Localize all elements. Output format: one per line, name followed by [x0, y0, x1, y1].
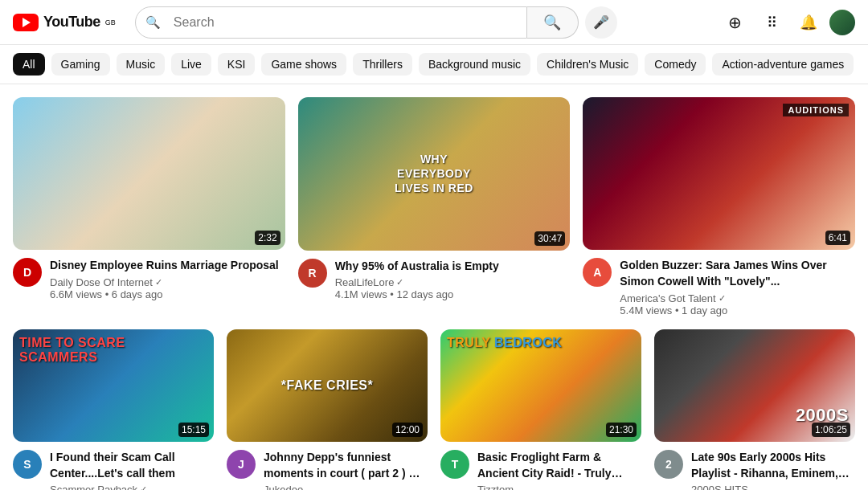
filter-scroll-right[interactable]: ›	[860, 53, 868, 76]
video-title[interactable]: Late 90s Early 2000s Hits Playlist - Rih…	[691, 450, 855, 481]
video-info: 2Late 90s Early 2000s Hits Playlist - Ri…	[654, 450, 855, 490]
thumbnail-wrap: 2000s1:06:25	[654, 329, 855, 443]
verified-icon: ✓	[155, 277, 162, 288]
filter-chip-ksi[interactable]: KSI	[218, 53, 256, 76]
search-bar: 🔍 🔍 🎤	[135, 6, 617, 39]
filter-chip-thrillers[interactable]: Thrillers	[353, 53, 412, 76]
channel-avatar[interactable]: 2	[654, 450, 683, 479]
video-meta: Why 95% of Australia is EmptyRealLifeLor…	[335, 259, 571, 301]
search-icon: 🔍	[543, 14, 561, 31]
channel-name[interactable]: Scammer Payback✓	[50, 484, 214, 490]
video-title[interactable]: Disney Employee Ruins Marriage Proposal	[50, 258, 285, 274]
channel-name[interactable]: RealLifeLore✓	[335, 276, 571, 288]
video-info: TBasic Froglight Farm & Ancient City Rai…	[440, 450, 641, 490]
mic-button[interactable]: 🎤	[585, 6, 617, 39]
video-meta: Disney Employee Ruins Marriage ProposalD…	[50, 258, 285, 300]
video-info: DDisney Employee Ruins Marriage Proposal…	[13, 258, 285, 300]
channel-avatar[interactable]: A	[583, 258, 612, 287]
video-card[interactable]: AUDITIONS6:41AGolden Buzzer: Sara James …	[583, 97, 855, 316]
video-title[interactable]: Golden Buzzer: Sara James Wins Over Simo…	[620, 258, 855, 289]
thumbnail-wrap: *fake cries*12:00	[227, 329, 428, 443]
video-meta: I Found their Scam Call Center....Let's …	[50, 450, 214, 490]
video-title[interactable]: Johnny Depp's funniest moments in court …	[264, 450, 428, 481]
filter-chip-children's-music[interactable]: Children's Music	[537, 53, 638, 76]
video-meta: Late 90s Early 2000s Hits Playlist - Rih…	[691, 450, 855, 490]
video-card[interactable]: WHYEVERYBODYLIVES IN RED30:47RWhy 95% of…	[298, 97, 571, 316]
filter-chip-comedy[interactable]: Comedy	[645, 53, 706, 76]
channel-name[interactable]: 2000S HITS	[691, 484, 855, 490]
notifications-button[interactable]: 🔔	[792, 6, 825, 39]
video-stats: 6.6M views • 6 days ago	[50, 288, 285, 300]
apps-button[interactable]: ⠿	[755, 6, 788, 39]
video-stats: 5.4M views • 1 day ago	[620, 304, 855, 316]
filter-chip-gaming[interactable]: Gaming	[51, 53, 110, 76]
thumbnail-wrap: WHYEVERYBODYLIVES IN RED30:47	[298, 97, 571, 251]
thumbnail-wrap: TRULY BEDROCK21:30	[440, 329, 641, 443]
youtube-icon	[13, 14, 39, 31]
video-meta: Basic Froglight Farm & Ancient City Raid…	[477, 450, 641, 490]
filter-chip-background-music[interactable]: Background music	[419, 53, 530, 76]
search-input[interactable]	[170, 7, 526, 38]
avatar[interactable]	[829, 10, 855, 35]
filter-chip-all[interactable]: All	[13, 53, 45, 76]
video-card[interactable]: 2:32DDisney Employee Ruins Marriage Prop…	[13, 97, 285, 316]
video-info: RWhy 95% of Australia is EmptyRealLifeLo…	[298, 259, 571, 301]
video-card[interactable]: TIME TO SCARESCAMMERS15:15SI Found their…	[13, 329, 214, 490]
video-meta: Golden Buzzer: Sara James Wins Over Simo…	[620, 258, 855, 316]
duration-badge: 15:15	[178, 423, 209, 437]
channel-name[interactable]: America's Got Talent✓	[620, 292, 855, 304]
duration-badge: 30:47	[534, 231, 565, 246]
logo[interactable]: YouTubeGB	[13, 14, 116, 31]
create-button[interactable]: ⊕	[719, 6, 751, 39]
thumbnail-wrap: AUDITIONS6:41	[583, 97, 855, 250]
verified-icon: ✓	[396, 277, 403, 288]
duration-badge: 6:41	[825, 231, 850, 245]
video-info: JJohnny Depp's funniest moments in court…	[227, 450, 428, 490]
logo-text: YouTube	[43, 14, 100, 31]
channel-avatar[interactable]: D	[13, 258, 42, 287]
duration-badge: 12:00	[392, 423, 423, 437]
video-info: SI Found their Scam Call Center....Let's…	[13, 450, 214, 490]
channel-avatar[interactable]: T	[440, 450, 469, 479]
thumbnail-wrap: TIME TO SCARESCAMMERS15:15	[13, 329, 214, 443]
apps-icon: ⠿	[767, 14, 777, 31]
verified-icon: ✓	[719, 293, 726, 304]
video-card[interactable]: TRULY BEDROCK21:30TBasic Froglight Farm …	[440, 329, 641, 490]
duration-badge: 1:06:25	[812, 423, 850, 437]
bell-icon: 🔔	[800, 14, 817, 31]
verified-icon: ✓	[140, 484, 147, 490]
video-title[interactable]: Why 95% of Australia is Empty	[335, 259, 571, 275]
channel-avatar[interactable]: S	[13, 450, 42, 479]
video-meta: Johnny Depp's funniest moments in court …	[264, 450, 428, 490]
logo-country: GB	[105, 18, 116, 27]
video-card[interactable]: *fake cries*12:00JJohnny Depp's funniest…	[227, 329, 428, 490]
duration-badge: 21:30	[606, 423, 637, 437]
filter-chip-game-shows[interactable]: Game shows	[261, 53, 346, 76]
search-icon-left: 🔍	[136, 15, 170, 30]
filter-chip-action-adventure-games[interactable]: Action-adventure games	[712, 53, 854, 76]
video-title[interactable]: Basic Froglight Farm & Ancient City Raid…	[477, 450, 641, 481]
create-icon: ⊕	[728, 13, 742, 32]
mic-icon: 🎤	[593, 14, 609, 30]
duration-badge: 2:32	[255, 231, 280, 245]
channel-name[interactable]: Daily Dose Of Internet✓	[50, 276, 285, 288]
filter-chip-music[interactable]: Music	[117, 53, 166, 76]
channel-name[interactable]: Tizztom	[477, 484, 641, 490]
header: YouTubeGB 🔍 🔍 🎤 ⊕ ⠿ 🔔	[0, 0, 868, 45]
channel-avatar[interactable]: R	[298, 259, 327, 288]
channel-name[interactable]: Jukedoo	[264, 484, 428, 490]
video-row-1: 2:32DDisney Employee Ruins Marriage Prop…	[0, 84, 868, 323]
thumbnail-wrap: 2:32	[13, 97, 285, 250]
header-right: ⊕ ⠿ 🔔	[719, 6, 855, 39]
search-button[interactable]: 🔍	[527, 6, 579, 39]
filter-chip-live[interactable]: Live	[171, 53, 211, 76]
video-stats: 4.1M views • 12 days ago	[335, 288, 571, 300]
video-info: AGolden Buzzer: Sara James Wins Over Sim…	[583, 258, 855, 316]
filter-bar: AllGamingMusicLiveKSIGame showsThrillers…	[0, 45, 868, 84]
video-row-2: TIME TO SCARESCAMMERS15:15SI Found their…	[0, 323, 868, 490]
video-title[interactable]: I Found their Scam Call Center....Let's …	[50, 450, 214, 481]
channel-avatar[interactable]: J	[227, 450, 256, 479]
video-card[interactable]: 2000s1:06:252Late 90s Early 2000s Hits P…	[654, 329, 855, 490]
